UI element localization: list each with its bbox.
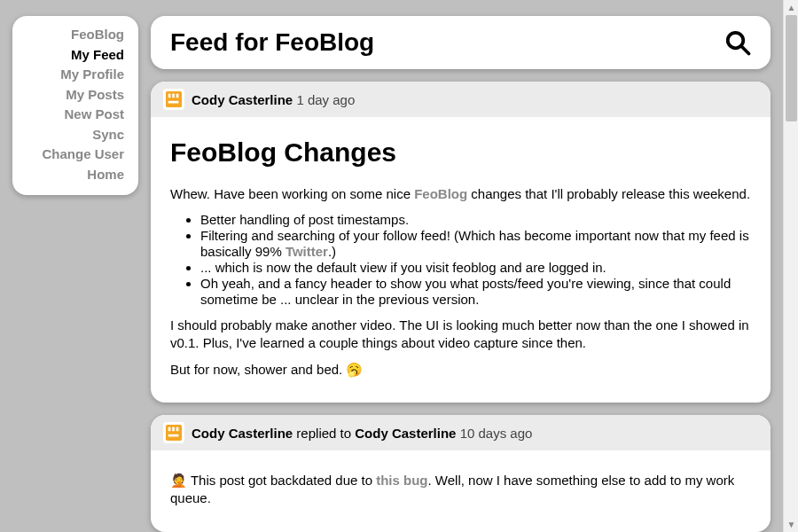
search-button[interactable] (724, 29, 751, 56)
post-header: Cody Casterline replied to Cody Casterli… (151, 415, 771, 450)
post-para: 🤦 This post got backdated due to this bu… (170, 472, 751, 508)
sidebar-item-feoblog[interactable]: FeoBlog (27, 25, 124, 45)
main-content: Feed for FeoBlog (151, 16, 771, 532)
list-item: Filtering and searching of your follow f… (200, 228, 751, 260)
post-time: 1 day ago (296, 92, 355, 107)
post-card: Cody Casterline 1 day ago FeoBlog Change… (151, 82, 771, 403)
post-para: I should probably make another video. Th… (170, 317, 751, 353)
post-header: Cody Casterline 1 day ago (151, 82, 771, 117)
svg-rect-3 (168, 94, 171, 98)
post-title: FeoBlog Changes (170, 135, 751, 171)
list-item: Better handling of post timestamps. (200, 212, 751, 228)
post-body: FeoBlog Changes Whew. Have been working … (151, 117, 771, 403)
search-icon (724, 29, 751, 56)
sidebar-item-sync[interactable]: Sync (27, 125, 124, 145)
post-time: 10 days ago (460, 426, 533, 441)
avatar[interactable] (163, 422, 184, 443)
svg-rect-5 (176, 94, 179, 98)
svg-rect-9 (172, 427, 175, 432)
sidebar-item-my-feed[interactable]: My Feed (27, 45, 124, 66)
svg-rect-4 (172, 94, 175, 98)
post-body: 🤦 This post got backdated due to this bu… (151, 450, 771, 532)
list-item: Oh yeah, and a fancy header to show you … (200, 276, 751, 308)
svg-rect-8 (168, 427, 171, 432)
svg-rect-6 (168, 101, 179, 104)
page-title: Feed for FeoBlog (170, 28, 374, 57)
scrollbar[interactable]: ▲ ▼ (783, 0, 798, 532)
post-byline: Cody Casterline replied to Cody Casterli… (192, 426, 532, 441)
post-para: But for now, shower and bed. 🥱 (170, 361, 751, 379)
post-card: Cody Casterline replied to Cody Casterli… (151, 415, 771, 532)
sidebar-item-my-posts[interactable]: My Posts (27, 85, 124, 106)
post-bullets: Better handling of post timestamps. Filt… (200, 212, 751, 308)
avatar-icon (166, 425, 182, 441)
sidebar-item-home[interactable]: Home (27, 165, 124, 185)
svg-rect-2 (166, 91, 182, 107)
sidebar-item-my-profile[interactable]: My Profile (27, 65, 124, 85)
post-byline: Cody Casterline 1 day ago (192, 92, 355, 107)
scrollbar-thumb[interactable] (786, 15, 797, 121)
sidebar-item-change-user[interactable]: Change User (27, 145, 124, 165)
avatar-icon (166, 91, 182, 107)
svg-line-1 (741, 46, 749, 54)
scrollbar-down-button[interactable]: ▼ (784, 517, 798, 532)
scrollbar-up-button[interactable]: ▲ (784, 0, 798, 15)
bug-link[interactable]: this bug (376, 473, 427, 488)
sidebar-item-new-post[interactable]: New Post (27, 105, 124, 125)
post-author[interactable]: Cody Casterline (192, 426, 293, 441)
post-author[interactable]: Cody Casterline (192, 92, 293, 107)
reply-to-author[interactable]: Cody Casterline (355, 426, 456, 441)
post-intro: Whew. Have been working on some nice Feo… (170, 185, 751, 203)
sidebar: FeoBlog My Feed My Profile My Posts New … (12, 16, 138, 195)
svg-rect-11 (168, 434, 179, 437)
feoblog-link[interactable]: FeoBlog (414, 186, 467, 201)
twitter-link[interactable]: Twitter (286, 244, 328, 259)
avatar[interactable] (163, 89, 184, 110)
feed-header: Feed for FeoBlog (151, 16, 771, 69)
list-item: ... which is now the default view if you… (200, 260, 751, 276)
svg-rect-10 (176, 427, 179, 432)
